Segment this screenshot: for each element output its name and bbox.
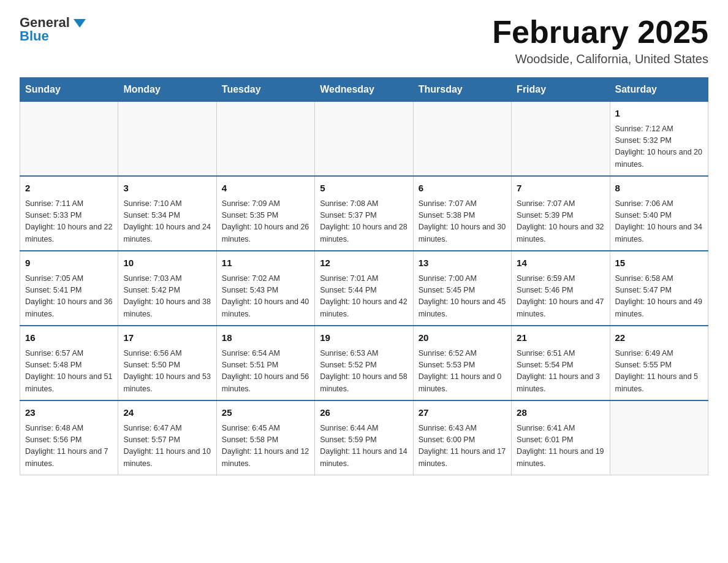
calendar-day-cell: 25Sunrise: 6:45 AMSunset: 5:58 PMDayligh… <box>216 400 314 475</box>
calendar-table: SundayMondayTuesdayWednesdayThursdayFrid… <box>20 77 708 475</box>
day-number: 18 <box>222 331 309 345</box>
day-of-week-header: Sunday <box>20 78 118 102</box>
day-number: 26 <box>320 406 408 420</box>
day-of-week-header: Thursday <box>413 78 511 102</box>
calendar-day-cell: 15Sunrise: 6:58 AMSunset: 5:47 PMDayligh… <box>610 251 708 326</box>
calendar-day-cell <box>118 102 216 177</box>
day-info: Sunrise: 6:54 AMSunset: 5:51 PMDaylight:… <box>222 348 309 396</box>
day-of-week-header: Wednesday <box>315 78 413 102</box>
calendar-day-cell: 21Sunrise: 6:51 AMSunset: 5:54 PMDayligh… <box>512 326 610 400</box>
calendar-day-cell: 7Sunrise: 7:07 AMSunset: 5:39 PMDaylight… <box>512 176 610 251</box>
calendar-day-cell: 6Sunrise: 7:07 AMSunset: 5:38 PMDaylight… <box>413 176 511 251</box>
month-title: February 2025 <box>492 15 708 50</box>
day-info: Sunrise: 7:05 AMSunset: 5:41 PMDaylight:… <box>25 273 113 321</box>
day-info: Sunrise: 7:01 AMSunset: 5:44 PMDaylight:… <box>320 273 408 321</box>
calendar-day-cell: 8Sunrise: 7:06 AMSunset: 5:40 PMDaylight… <box>610 176 708 251</box>
day-number: 12 <box>320 256 408 270</box>
day-info: Sunrise: 6:58 AMSunset: 5:47 PMDaylight:… <box>615 273 703 321</box>
calendar-day-cell: 3Sunrise: 7:10 AMSunset: 5:34 PMDaylight… <box>118 176 216 251</box>
calendar-week-row: 1Sunrise: 7:12 AMSunset: 5:32 PMDaylight… <box>20 102 708 177</box>
day-info: Sunrise: 7:03 AMSunset: 5:42 PMDaylight:… <box>123 273 211 321</box>
calendar-day-cell: 14Sunrise: 6:59 AMSunset: 5:46 PMDayligh… <box>512 251 610 326</box>
day-info: Sunrise: 6:44 AMSunset: 5:59 PMDaylight:… <box>320 423 408 470</box>
calendar-day-cell: 17Sunrise: 6:56 AMSunset: 5:50 PMDayligh… <box>118 326 216 400</box>
day-number: 13 <box>419 256 506 270</box>
day-info: Sunrise: 7:08 AMSunset: 5:37 PMDaylight:… <box>320 198 408 246</box>
day-info: Sunrise: 7:06 AMSunset: 5:40 PMDaylight:… <box>615 198 703 246</box>
day-number: 9 <box>25 256 113 270</box>
calendar-day-cell: 27Sunrise: 6:43 AMSunset: 6:00 PMDayligh… <box>413 400 511 475</box>
day-info: Sunrise: 7:07 AMSunset: 5:39 PMDaylight:… <box>517 198 604 246</box>
calendar-week-row: 16Sunrise: 6:57 AMSunset: 5:48 PMDayligh… <box>20 326 708 400</box>
day-of-week-header: Monday <box>118 78 216 102</box>
calendar-header-row: SundayMondayTuesdayWednesdayThursdayFrid… <box>20 78 708 102</box>
header-right: February 2025 Woodside, California, Unit… <box>492 15 708 66</box>
day-number: 11 <box>222 256 309 270</box>
day-number: 24 <box>123 406 211 420</box>
day-info: Sunrise: 7:07 AMSunset: 5:38 PMDaylight:… <box>419 198 506 246</box>
calendar-day-cell: 18Sunrise: 6:54 AMSunset: 5:51 PMDayligh… <box>216 326 314 400</box>
day-number: 16 <box>25 331 113 345</box>
calendar-day-cell: 5Sunrise: 7:08 AMSunset: 5:37 PMDaylight… <box>315 176 413 251</box>
calendar-day-cell: 13Sunrise: 7:00 AMSunset: 5:45 PMDayligh… <box>413 251 511 326</box>
calendar-day-cell: 20Sunrise: 6:52 AMSunset: 5:53 PMDayligh… <box>413 326 511 400</box>
day-number: 7 <box>517 182 604 196</box>
calendar-day-cell: 1Sunrise: 7:12 AMSunset: 5:32 PMDaylight… <box>610 102 708 177</box>
day-info: Sunrise: 7:09 AMSunset: 5:35 PMDaylight:… <box>222 198 309 246</box>
calendar-day-cell: 28Sunrise: 6:41 AMSunset: 6:01 PMDayligh… <box>512 400 610 475</box>
day-number: 23 <box>25 406 113 420</box>
day-info: Sunrise: 6:52 AMSunset: 5:53 PMDaylight:… <box>419 348 506 396</box>
calendar-day-cell: 2Sunrise: 7:11 AMSunset: 5:33 PMDaylight… <box>20 176 118 251</box>
day-info: Sunrise: 6:47 AMSunset: 5:57 PMDaylight:… <box>123 423 211 470</box>
calendar-day-cell: 26Sunrise: 6:44 AMSunset: 5:59 PMDayligh… <box>315 400 413 475</box>
logo-blue-text: Blue <box>20 28 49 44</box>
day-of-week-header: Tuesday <box>216 78 314 102</box>
calendar-day-cell <box>315 102 413 177</box>
day-info: Sunrise: 7:00 AMSunset: 5:45 PMDaylight:… <box>419 273 506 321</box>
calendar-week-row: 9Sunrise: 7:05 AMSunset: 5:41 PMDaylight… <box>20 251 708 326</box>
calendar-week-row: 23Sunrise: 6:48 AMSunset: 5:56 PMDayligh… <box>20 400 708 475</box>
day-of-week-header: Saturday <box>610 78 708 102</box>
day-info: Sunrise: 6:41 AMSunset: 6:01 PMDaylight:… <box>517 423 604 470</box>
day-info: Sunrise: 6:57 AMSunset: 5:48 PMDaylight:… <box>25 348 113 396</box>
day-number: 5 <box>320 182 408 196</box>
day-number: 8 <box>615 182 703 196</box>
day-number: 6 <box>419 182 506 196</box>
calendar-week-row: 2Sunrise: 7:11 AMSunset: 5:33 PMDaylight… <box>20 176 708 251</box>
calendar-day-cell: 24Sunrise: 6:47 AMSunset: 5:57 PMDayligh… <box>118 400 216 475</box>
day-info: Sunrise: 7:12 AMSunset: 5:32 PMDaylight:… <box>615 123 703 171</box>
day-number: 25 <box>222 406 309 420</box>
day-number: 27 <box>419 406 506 420</box>
calendar-day-cell <box>610 400 708 475</box>
day-number: 2 <box>25 182 113 196</box>
calendar-day-cell <box>413 102 511 177</box>
day-info: Sunrise: 6:43 AMSunset: 6:00 PMDaylight:… <box>419 423 506 470</box>
day-number: 21 <box>517 331 604 345</box>
day-info: Sunrise: 6:48 AMSunset: 5:56 PMDaylight:… <box>25 423 113 470</box>
day-number: 4 <box>222 182 309 196</box>
calendar-day-cell: 23Sunrise: 6:48 AMSunset: 5:56 PMDayligh… <box>20 400 118 475</box>
day-number: 14 <box>517 256 604 270</box>
day-info: Sunrise: 6:51 AMSunset: 5:54 PMDaylight:… <box>517 348 604 396</box>
day-info: Sunrise: 6:53 AMSunset: 5:52 PMDaylight:… <box>320 348 408 396</box>
calendar-day-cell: 12Sunrise: 7:01 AMSunset: 5:44 PMDayligh… <box>315 251 413 326</box>
logo: General Blue <box>20 15 88 44</box>
day-info: Sunrise: 7:11 AMSunset: 5:33 PMDaylight:… <box>25 198 113 246</box>
day-info: Sunrise: 6:45 AMSunset: 5:58 PMDaylight:… <box>222 423 309 470</box>
calendar-day-cell: 4Sunrise: 7:09 AMSunset: 5:35 PMDaylight… <box>216 176 314 251</box>
day-number: 3 <box>123 182 211 196</box>
day-number: 17 <box>123 331 211 345</box>
day-number: 1 <box>615 107 703 121</box>
calendar-day-cell <box>20 102 118 177</box>
calendar-day-cell <box>512 102 610 177</box>
day-number: 22 <box>615 331 703 345</box>
page-header: General Blue February 2025 Woodside, Cal… <box>20 15 708 66</box>
day-of-week-header: Friday <box>512 78 610 102</box>
calendar-day-cell: 11Sunrise: 7:02 AMSunset: 5:43 PMDayligh… <box>216 251 314 326</box>
day-number: 10 <box>123 256 211 270</box>
day-info: Sunrise: 6:59 AMSunset: 5:46 PMDaylight:… <box>517 273 604 321</box>
calendar-day-cell: 19Sunrise: 6:53 AMSunset: 5:52 PMDayligh… <box>315 326 413 400</box>
day-number: 19 <box>320 331 408 345</box>
calendar-day-cell: 9Sunrise: 7:05 AMSunset: 5:41 PMDaylight… <box>20 251 118 326</box>
day-info: Sunrise: 7:10 AMSunset: 5:34 PMDaylight:… <box>123 198 211 246</box>
